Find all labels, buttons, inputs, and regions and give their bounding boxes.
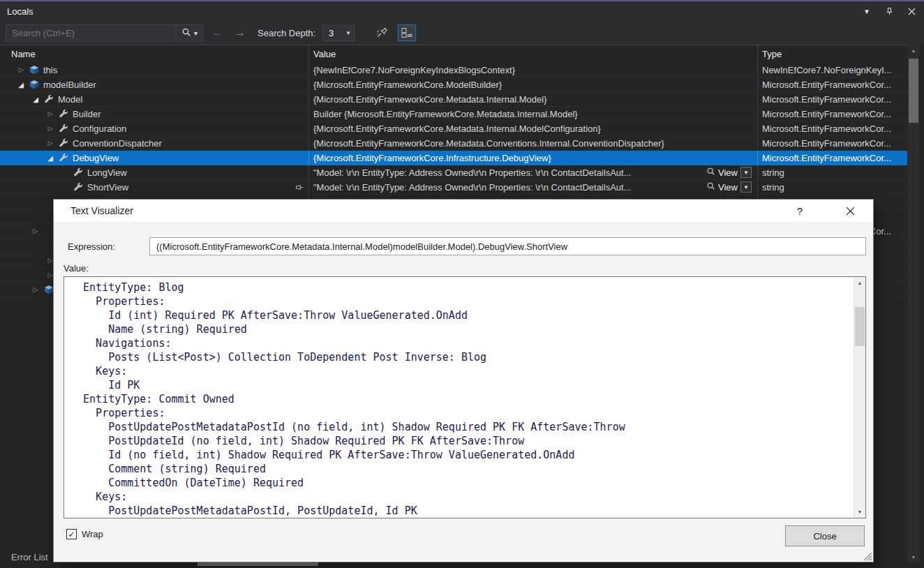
variable-value: "Model: \r\n EntityType: Address Owned\r… xyxy=(313,167,631,178)
error-list-tab[interactable]: Error List xyxy=(11,552,48,562)
row-name-cell[interactable]: ◢DebugView xyxy=(0,151,309,165)
view-dropdown-icon[interactable]: ▾ xyxy=(740,181,752,193)
column-header-type[interactable]: Type xyxy=(758,45,907,63)
wrench-icon xyxy=(58,152,69,163)
search-forward-icon[interactable]: → xyxy=(232,27,248,38)
variable-name: DebugView xyxy=(73,153,119,163)
row-value-cell[interactable]: {NewInEfCore7.NoForeignKeyIndexBlogsCont… xyxy=(309,63,758,77)
value-scroll-down-icon[interactable]: ▼ xyxy=(854,506,865,518)
wrap-checkbox[interactable]: ✓ xyxy=(66,529,77,539)
view-button[interactable]: View▾ xyxy=(706,167,753,178)
expander-collapsed-icon[interactable]: ▷ xyxy=(45,110,56,117)
close-window-icon[interactable] xyxy=(906,6,917,17)
value-scrollbar[interactable]: ▲ ▼ xyxy=(854,277,865,518)
grid-header: Name Value Type xyxy=(0,45,907,63)
search-box[interactable]: ▾ xyxy=(6,24,203,42)
table-row[interactable]: ▷BuilderBuilder {Microsoft.EntityFramewo… xyxy=(0,107,907,121)
close-button[interactable]: Close xyxy=(785,525,865,546)
table-row[interactable]: ◢modelBuilder{Microsoft.EntityFrameworkC… xyxy=(0,77,907,92)
view-dropdown-icon[interactable]: ▾ xyxy=(740,167,752,178)
table-row[interactable]: ◢DebugView{Microsoft.EntityFrameworkCore… xyxy=(0,151,907,165)
row-value-cell[interactable]: {Microsoft.EntityFrameworkCore.Infrastru… xyxy=(309,151,758,165)
row-value-cell[interactable]: {Microsoft.EntityFrameworkCore.Metadata.… xyxy=(309,92,758,106)
help-button[interactable]: ? xyxy=(791,202,809,220)
search-back-icon[interactable]: ← xyxy=(210,27,225,38)
expander-expanded-icon[interactable]: ◢ xyxy=(15,81,27,89)
variable-value: Builder {Microsoft.EntityFrameworkCore.M… xyxy=(313,109,578,119)
row-value-cell[interactable]: "Model: \r\n EntityType: Address Owned\r… xyxy=(309,180,758,194)
svg-text:ab: ab xyxy=(407,32,412,38)
row-type-cell: NewInEfCore7.NoForeignKeyI... xyxy=(758,63,907,77)
value-scroll-up-icon[interactable]: ▲ xyxy=(854,277,865,289)
expander-expanded-icon[interactable]: ◢ xyxy=(45,154,56,162)
row-name-cell[interactable]: ▷ConventionDispatcher xyxy=(0,136,309,150)
expander-expanded-icon[interactable]: ◢ xyxy=(30,96,41,103)
expander-collapsed-icon[interactable]: ▷ xyxy=(15,66,27,73)
table-row[interactable]: ▷this{NewInEfCore7.NoForeignKeyIndexBlog… xyxy=(0,63,907,77)
expander-collapsed-icon[interactable]: ▷ xyxy=(45,140,56,147)
expander-collapsed-icon[interactable]: ▷ xyxy=(45,125,56,132)
variable-type: Microsoft.EntityFrameworkCor... xyxy=(762,153,891,163)
dialog-close-icon[interactable] xyxy=(840,202,860,220)
variable-name: this xyxy=(43,65,57,75)
row-value-cell[interactable]: "Model: \r\n EntityType: Address Owned\r… xyxy=(309,165,758,179)
row-name-cell[interactable]: ◢modelBuilder xyxy=(0,77,309,91)
table-row[interactable]: LongView"Model: \r\n EntityType: Address… xyxy=(0,165,907,180)
window-title: Locals xyxy=(7,6,861,17)
table-row[interactable]: ShortView"Model: \r\n EntityType: Addres… xyxy=(0,180,907,195)
row-value-cell[interactable]: {Microsoft.EntityFrameworkCore.Metadata.… xyxy=(309,121,758,135)
expander-collapsed-icon[interactable]: ▷ xyxy=(30,227,41,234)
search-options-dropdown-icon[interactable]: ▾ xyxy=(194,29,198,37)
row-name-cell[interactable]: ▷Builder xyxy=(0,107,309,121)
wrench-icon xyxy=(43,94,54,105)
expander-collapsed-icon[interactable]: ▷ xyxy=(30,286,41,293)
resize-grip[interactable] xyxy=(862,551,872,561)
search-depth-label: Search Depth: xyxy=(258,28,315,38)
search-depth-select[interactable]: 3 ▾ xyxy=(322,25,355,41)
table-row[interactable]: ◢Model{Microsoft.EntityFrameworkCore.Met… xyxy=(0,92,907,107)
row-type-cell: string xyxy=(758,180,907,194)
view-button[interactable]: View▾ xyxy=(706,181,753,193)
pin-to-source-button[interactable] xyxy=(373,24,391,41)
search-input[interactable] xyxy=(6,28,176,38)
vertical-scrollbar[interactable]: ▲ ▼ xyxy=(908,45,919,562)
value-scrollbar-thumb[interactable] xyxy=(855,307,865,346)
variable-name: LongView xyxy=(87,167,127,178)
row-name-cell[interactable]: ◢Model xyxy=(0,92,309,106)
table-row[interactable]: ▷Configuration{Microsoft.EntityFramework… xyxy=(0,121,907,136)
row-value-cell[interactable]: {Microsoft.EntityFrameworkCore.Metadata.… xyxy=(309,136,758,150)
row-type-cell: Microsoft.EntityFrameworkCor... xyxy=(758,136,907,150)
row-name-cell[interactable]: ▷Configuration xyxy=(0,121,309,135)
search-icon xyxy=(181,27,191,39)
wrap-label: Wrap xyxy=(82,529,103,539)
locals-titlebar[interactable]: Locals ▾ xyxy=(0,1,924,21)
row-value-cell[interactable]: Builder {Microsoft.EntityFrameworkCore.M… xyxy=(309,107,758,121)
wrench-icon xyxy=(73,167,84,178)
row-type-cell: Microsoft.EntityFrameworkCor... xyxy=(758,92,907,106)
wrench-icon xyxy=(58,123,69,134)
wrench-icon xyxy=(58,137,69,149)
row-type-cell: Microsoft.EntityFrameworkCor... xyxy=(758,107,907,121)
window-position-icon[interactable]: ▾ xyxy=(861,6,872,17)
search-button[interactable]: ▾ xyxy=(176,25,202,41)
text-visualizer-toggle-button[interactable]: ab xyxy=(398,24,416,41)
row-name-cell[interactable]: ▷this xyxy=(0,63,309,77)
pin-window-icon[interactable] xyxy=(884,6,895,17)
dialog-titlebar[interactable]: Text Visualizer ? xyxy=(54,200,873,222)
scroll-down-icon[interactable]: ▼ xyxy=(908,551,919,562)
expression-field[interactable] xyxy=(149,237,866,255)
row-name-cell[interactable]: LongView xyxy=(0,165,309,179)
row-type-cell: string xyxy=(758,165,907,179)
pin-value-icon[interactable] xyxy=(295,183,304,192)
table-row[interactable]: ▷ConventionDispatcher{Microsoft.EntityFr… xyxy=(0,136,907,151)
vertical-scrollbar-thumb[interactable] xyxy=(909,59,918,123)
view-button-label: View xyxy=(718,182,738,193)
row-value-cell[interactable]: {Microsoft.EntityFrameworkCore.ModelBuil… xyxy=(309,77,758,91)
column-header-name[interactable]: Name xyxy=(0,45,309,63)
row-name-cell[interactable]: ShortView xyxy=(0,180,309,194)
column-header-value[interactable]: Value xyxy=(309,45,758,63)
value-textbox[interactable]: EntityType: Blog Properties: Id (int) Re… xyxy=(64,276,866,518)
search-depth-dropdown-icon[interactable]: ▾ xyxy=(343,26,354,40)
scroll-up-icon[interactable]: ▲ xyxy=(908,45,919,56)
variable-name: Builder xyxy=(73,109,100,119)
